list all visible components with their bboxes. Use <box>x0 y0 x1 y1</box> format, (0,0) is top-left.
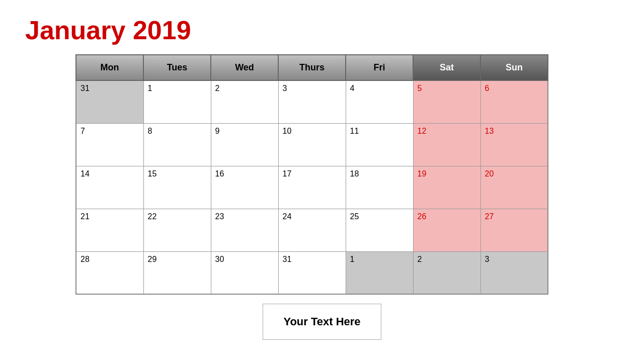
calendar-header-row: MonTuesWedThursFriSatSun <box>76 55 548 80</box>
calendar-day[interactable]: 24 <box>278 209 346 251</box>
day-number: 31 <box>283 255 292 263</box>
calendar-day[interactable]: 3 <box>480 251 548 294</box>
day-number: 10 <box>283 127 292 135</box>
col-header-wed: Wed <box>211 55 278 80</box>
day-number: 21 <box>80 212 90 221</box>
calendar-day[interactable]: 11 <box>346 123 413 166</box>
calendar-day[interactable]: 2 <box>211 80 278 123</box>
calendar-day[interactable]: 4 <box>346 80 413 123</box>
day-number: 13 <box>485 127 494 135</box>
day-number: 2 <box>215 84 220 93</box>
calendar-title: January 2019 <box>25 15 619 45</box>
calendar-week-1: 78910111213 <box>76 123 548 166</box>
calendar-day[interactable]: 29 <box>143 251 211 294</box>
calendar-day[interactable]: 16 <box>211 166 278 209</box>
calendar-day[interactable]: 17 <box>278 166 346 209</box>
day-number: 23 <box>215 212 224 221</box>
calendar-day[interactable]: 7 <box>76 123 143 166</box>
calendar-body: 3112345678910111213141516171819202122232… <box>76 80 548 294</box>
day-number: 1 <box>148 84 152 93</box>
calendar-day[interactable]: 22 <box>143 209 211 251</box>
calendar-week-3: 21222324252627 <box>76 209 548 251</box>
calendar-day[interactable]: 25 <box>346 209 413 251</box>
calendar-week-2: 14151617181920 <box>76 166 548 209</box>
day-number: 28 <box>80 255 90 263</box>
calendar-day[interactable]: 21 <box>76 209 143 251</box>
calendar-day[interactable]: 28 <box>76 251 143 294</box>
calendar-day[interactable]: 18 <box>346 166 413 209</box>
day-number: 14 <box>80 169 90 178</box>
day-number: 19 <box>418 169 427 178</box>
day-number: 3 <box>283 84 287 93</box>
calendar-day[interactable]: 5 <box>413 80 480 123</box>
calendar-day[interactable]: 23 <box>211 209 278 251</box>
day-number: 1 <box>350 255 355 263</box>
calendar-day[interactable]: 31 <box>76 80 143 123</box>
col-header-thurs: Thurs <box>278 55 346 80</box>
calendar-day[interactable]: 26 <box>413 209 480 251</box>
calendar-day[interactable]: 13 <box>480 123 548 166</box>
day-number: 5 <box>418 84 422 93</box>
day-number: 30 <box>215 255 224 263</box>
calendar-day[interactable]: 9 <box>211 123 278 166</box>
calendar-week-4: 28293031123 <box>76 251 548 294</box>
calendar-day[interactable]: 15 <box>143 166 211 209</box>
calendar-day[interactable]: 10 <box>278 123 346 166</box>
calendar-day[interactable]: 2 <box>413 251 480 294</box>
day-number: 18 <box>350 169 359 178</box>
day-number: 25 <box>350 212 359 221</box>
calendar-day[interactable]: 3 <box>278 80 346 123</box>
day-number: 12 <box>418 127 427 135</box>
calendar-day[interactable]: 19 <box>413 166 480 209</box>
day-number: 26 <box>418 212 427 221</box>
day-number: 7 <box>80 127 85 135</box>
day-number: 24 <box>283 212 292 221</box>
calendar-table: MonTuesWedThursFriSatSun 311234567891011… <box>75 54 548 295</box>
day-number: 16 <box>215 169 224 178</box>
day-number: 11 <box>350 127 359 135</box>
calendar-day[interactable]: 27 <box>480 209 548 251</box>
day-number: 15 <box>148 169 157 178</box>
day-number: 6 <box>485 84 490 93</box>
day-number: 17 <box>283 169 292 178</box>
day-number: 31 <box>80 84 90 93</box>
calendar-day[interactable]: 8 <box>143 123 211 166</box>
day-number: 9 <box>215 127 220 135</box>
calendar-day[interactable]: 31 <box>278 251 346 294</box>
calendar-day[interactable]: 1 <box>346 251 413 294</box>
calendar-day[interactable]: 14 <box>76 166 143 209</box>
col-header-fri: Fri <box>346 55 413 80</box>
calendar-day[interactable]: 20 <box>480 166 548 209</box>
calendar-day[interactable]: 6 <box>480 80 548 123</box>
day-number: 29 <box>148 255 157 263</box>
col-header-tues: Tues <box>143 55 211 80</box>
day-number: 3 <box>485 255 490 263</box>
calendar-day[interactable]: 12 <box>413 123 480 166</box>
calendar-day[interactable]: 30 <box>211 251 278 294</box>
day-number: 2 <box>418 255 422 263</box>
day-number: 20 <box>485 169 494 178</box>
calendar-day[interactable]: 1 <box>143 80 211 123</box>
calendar-wrapper: MonTuesWedThursFriSatSun 311234567891011… <box>75 54 548 295</box>
day-number: 22 <box>148 212 157 221</box>
col-header-mon: Mon <box>76 55 143 80</box>
day-number: 4 <box>350 84 355 93</box>
day-number: 8 <box>148 127 152 135</box>
calendar-week-0: 31123456 <box>76 80 548 123</box>
text-box[interactable]: Your Text Here <box>263 304 381 340</box>
col-header-sun: Sun <box>480 55 548 80</box>
col-header-sat: Sat <box>413 55 480 80</box>
day-number: 27 <box>485 212 494 221</box>
